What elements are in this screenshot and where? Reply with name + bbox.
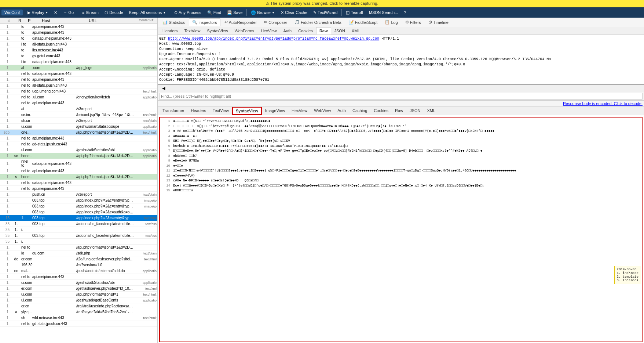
stream-button[interactable]: ≡ Stream [80,9,101,16]
find-button[interactable]: 🔍 Find [205,9,224,16]
tab-composer[interactable]: ✏ Composer [261,18,290,26]
table-row[interactable]: 1. to api.meipian.me:443 [0,24,157,30]
help-button[interactable]: ? [401,9,409,16]
table-row[interactable]: 1. se.im. /bs/conf.jsp?tp=1&sv=44&pv=1&i… [0,112,157,118]
table-row[interactable]: 1. al .com /app_logs applicatio [0,65,157,71]
table-row[interactable]: 1. nel to api.meipian.me:443 [0,186,157,192]
req-tab-webforms[interactable]: WebForms [231,27,258,35]
decode-button[interactable]: ⬡ Decode [102,9,126,16]
req-tab-xml[interactable]: XML [348,27,363,35]
msdn-search-button[interactable]: MSDN Search... [366,9,400,16]
table-row[interactable]: 35 1. i. [0,239,157,245]
table-row[interactable]: 1. a yly.q... /rqd/async?aid=54bd7bb8-2e… [0,309,157,315]
res-tab-headers[interactable]: Headers [188,107,210,115]
collapse-icon[interactable]: ◀ [161,86,167,91]
table-row[interactable]: 35 1. 003.top /addons/hc_face/template/m… [0,233,157,239]
table-row[interactable]: 1. nel to gd-stats.jpush.cn:443 [0,321,157,327]
table-row[interactable]: 1. 003.top /app/index.php?i=2&c=entry&ty… [0,203,157,209]
table-row-selected[interactable]: 15 1. 003.top /app/index.php?i=2&c=entry… [0,215,157,221]
table-row[interactable]: 1. ui.com /api.php?format=json&t=1 text/… [0,292,157,297]
table-row[interactable]: 1. nel to /api.php?format=json&t=1&d=2D5… [0,245,157,250]
res-tab-caching[interactable]: Caching [349,107,370,115]
go-button[interactable]: → Go [61,9,76,16]
table-row[interactable]: 1. to dataapi.meipian.me:443 [0,36,157,41]
replay-button[interactable]: ▶ Replay ▼ [25,9,51,16]
table-row[interactable]: 1. nel to all-stats.jpush.cn:443 [0,83,157,89]
tab-autoresponder[interactable]: ↩ AutoResponder [221,18,260,26]
res-tab-cookies[interactable]: Cookies [370,107,392,115]
table-row[interactable]: 1. 003.top /app/index.php?i=2&c=auth&a=o… [0,209,157,215]
req-tab-json[interactable]: JSON [331,27,348,35]
res-tab-imageview[interactable]: ImageView [262,107,288,115]
table-row[interactable]: 1. nel to .ui.com /encryption/key/fetch … [0,94,157,100]
tearoff-button[interactable]: ◱ Tearoff [343,9,365,16]
table-row[interactable]: 1. er.com /getflashserver.php?siteid=kf_… [0,286,157,292]
system-bar[interactable]: ⚠ The system proxy was changed. Click to… [0,0,644,7]
text-wizard-button[interactable]: ✎ TextWizard [311,9,340,16]
req-tab-raw[interactable]: Raw [316,27,331,35]
table-row[interactable]: 1. nel to gd-stats.jpush.cn:443 [0,141,157,147]
find-input[interactable] [159,93,643,100]
tab-fiddler-orchestra[interactable]: 🎵 Fiddler Orchestra Beta [291,18,345,26]
table-row[interactable]: 1. to api.meipian.me:443 [0,30,157,36]
table-row[interactable]: 1. i to all-stats.jpush.cn:443 [0,41,157,47]
table-row[interactable]: 1. sh.cn /v3/report text/plain [0,118,157,124]
table-row[interactable]: 1. push.cn /v3/report text/plain [0,192,157,198]
table-row[interactable]: 1. to lbs.netease.im:443 [0,47,157,53]
table-row[interactable]: 1. lo du.com /sdk.php text/plain [0,250,157,256]
req-tab-cookies[interactable]: Cookies [295,27,316,35]
browse-button[interactable]: 🌐 Browse ▼ [248,9,277,16]
table-row[interactable]: 1. sc hone... /api.php?format=json&t=1&d… [0,153,157,159]
req-tab-textview[interactable]: TextView [181,27,204,35]
table-row[interactable]: 1. ui.com /geshu/sdk/getBaseConfs applic… [0,297,157,303]
table-row[interactable]: 1. nc mal-... /push/android/external/add… [0,268,157,274]
clear-cache-button[interactable]: ✕ Clear Cache [278,9,310,16]
table-row[interactable]: 1. ui.com /geshu/sdkStatistics/ubi appli… [0,147,157,153]
table-row[interactable]: 1. ui.com /geshu/sdkStatistics/ubi appli… [0,280,157,286]
res-tab-xml[interactable]: XML [424,107,439,115]
res-tab-hexview[interactable]: HexView [288,107,311,115]
table-row[interactable]: 1. ai /v3/report [0,106,157,112]
keep-button[interactable]: Keep: All sessions ▼ [127,9,168,16]
table-row[interactable]: 1. er.cn /trail/trail/userinfo.php?actio… [0,303,157,309]
req-tab-syntaxview[interactable]: SyntaxView [204,27,231,35]
tab-log[interactable]: 📋 Log [381,18,401,26]
res-tab-textview[interactable]: TextView [209,107,232,115]
x-button[interactable]: ✕ [51,9,60,16]
tab-timeline[interactable]: ⏱ Timeline [425,19,452,26]
table-row[interactable]: 1. nel to api.meipian.me:443 [0,274,157,280]
table-row[interactable]: 1. s hone... /api.php?format=json&t=1&d=… [0,174,157,180]
req-tab-headers[interactable]: Headers [159,27,181,35]
table-row[interactable]: 35 1. 003.top /addons/hc_face/template/m… [0,221,157,227]
res-tab-transformer[interactable]: Transformer [159,107,188,115]
table-row[interactable]: 1. nel to uop.umeng.com:443 text/html; [0,89,157,94]
req-tab-hexview[interactable]: HexView [257,27,280,35]
tab-filters[interactable]: ⚙ Filters [402,18,424,26]
table-row[interactable]: 1. nel to api.meipian.me:443 [0,77,157,83]
res-tab-auth[interactable]: Auth [334,107,349,115]
table-row[interactable]: 1. nnel to dataapi.meipian.me:443 [0,159,157,168]
table-row[interactable]: 1. 196.39 /bs?version=1.0 [0,262,157,268]
table-row[interactable]: 1. dc er.com /t2d/func/getflashserver.ph… [0,256,157,262]
table-row[interactable]: 1. ui.com /geshu/smartStatistics/upe app… [0,124,157,130]
table-row[interactable]: 1. 003.top /app/index.php?i=2&c=entry&ty… [0,198,157,203]
res-tab-syntaxview[interactable]: SyntaxView [232,107,262,115]
tab-statistics[interactable]: 📊 Statistics [159,18,188,26]
table-row[interactable]: 1. nel to api.meipian.me:443 [0,100,157,106]
tab-inspectors[interactable]: 🔍 Inspectors [189,18,220,26]
table-row[interactable]: 1. to gs.getui.com:443 [0,53,157,59]
res-tab-webview[interactable]: WebView [311,107,334,115]
table-row[interactable]: 1. nel to dataapi.meipian.me:443 [0,71,157,77]
any-process-button[interactable]: ⊙ Any Process [172,9,204,16]
table-row[interactable]: sdb one... /api.php?format=json&t=1&d=2D… [0,130,157,136]
save-button[interactable]: 💾 Save [224,9,245,16]
request-url[interactable]: http://www.90003.top/app/index.php?i=2&c… [168,37,379,41]
table-row[interactable]: 1. nel to dataapi.meipian.me:443 [0,180,157,186]
table-row[interactable]: 1. nel to api.meipian.me:443 [0,136,157,141]
res-tab-json[interactable]: JSON [406,107,424,115]
session-list[interactable]: 1. to api.meipian.me:443 1. to api.meipi… [0,24,157,343]
response-body[interactable]: 1 ◆□□□□□□◆ #{$□□-~'##2##□□-□V□□□-□ByD$'#… [159,117,643,342]
table-row[interactable]: 35 1. i. [0,227,157,233]
table-row[interactable]: 1. sh wfd.netease.im:443 text/html; [0,315,157,321]
table-row[interactable]: 1. i to dataapi.meipian.me:443 [0,59,157,65]
